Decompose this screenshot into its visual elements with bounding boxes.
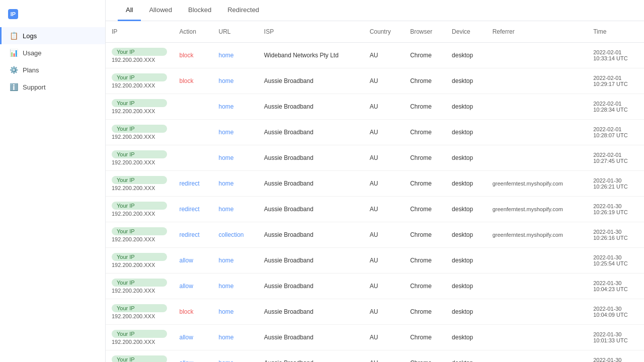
table-row: Your IP192.200.200.XXXhomeAussie Broadba… (106, 94, 644, 120)
cell-isp: Aussie Broadband (258, 274, 364, 299)
support-icon: ℹ️ (10, 83, 18, 91)
tab-redirected[interactable]: Redirected (219, 0, 267, 21)
cell-country: AU (364, 43, 405, 68)
ip-address: 192.200.200.XXX (112, 134, 167, 140)
cell-action (173, 120, 212, 145)
sidebar-item-support[interactable]: ℹ️ Support (0, 78, 105, 96)
cell-url[interactable]: home (213, 145, 258, 171)
url-link[interactable]: home (219, 77, 234, 84)
cell-country: AU (364, 325, 405, 350)
cell-browser: Chrome (404, 325, 446, 350)
url-link[interactable]: home (219, 283, 234, 290)
action-label: redirect (179, 180, 199, 187)
table-row: Your IP192.200.200.XXXblockhomeAussie Br… (106, 299, 644, 325)
url-link[interactable]: home (219, 103, 234, 110)
cell-url[interactable]: home (213, 299, 258, 325)
url-link[interactable]: home (219, 180, 234, 187)
ip-address: 192.200.200.XXX (112, 262, 167, 268)
ip-address: 192.200.200.XXX (112, 211, 167, 217)
cell-url[interactable]: collection (213, 222, 258, 248)
cell-device: desktop (446, 145, 487, 171)
cell-referrer (487, 145, 588, 171)
logo-icon: IP (8, 9, 18, 19)
cell-url[interactable]: home (213, 43, 258, 68)
action-label: allow (179, 334, 193, 341)
cell-browser: Chrome (404, 94, 446, 120)
cell-url[interactable]: home (213, 68, 258, 94)
cell-url[interactable]: home (213, 94, 258, 120)
tab-all[interactable]: All (118, 0, 141, 21)
cell-url[interactable]: home (213, 325, 258, 350)
cell-action: redirect (173, 171, 212, 197)
url-link[interactable]: home (219, 52, 234, 59)
cell-isp: Wideband Networks Pty Ltd (258, 43, 364, 68)
cell-device: desktop (446, 120, 487, 145)
ip-badge: Your IP (112, 48, 167, 56)
cell-time: 2022-02-0110:33:14 UTC (587, 43, 644, 68)
ip-badge: Your IP (112, 176, 167, 184)
ip-address: 192.200.200.XXX (112, 82, 167, 88)
url-link[interactable]: home (219, 129, 234, 136)
cell-referrer (487, 43, 588, 68)
cell-device: desktop (446, 350, 487, 363)
cell-isp: Aussie Broadband (258, 68, 364, 94)
cell-url[interactable]: home (213, 274, 258, 299)
sidebar-item-plans[interactable]: ⚙️ Plans (0, 61, 105, 78)
url-link[interactable]: home (219, 257, 234, 264)
cell-time: 2022-02-0110:27:45 UTC (587, 145, 644, 171)
col-url: URL (213, 21, 258, 43)
cell-time: 2022-01-3010:00:53 UTC (587, 350, 644, 363)
action-label: block (179, 308, 193, 315)
url-link[interactable]: home (219, 154, 234, 161)
action-label: redirect (179, 231, 199, 238)
cell-url[interactable]: home (213, 171, 258, 197)
cell-device: desktop (446, 68, 487, 94)
action-label: allow (179, 359, 193, 362)
cell-ip: Your IP192.200.200.XXX (106, 325, 173, 350)
ip-address: 192.200.200.XXX (112, 313, 167, 319)
url-link[interactable]: home (219, 206, 234, 213)
cell-browser: Chrome (404, 197, 446, 222)
ip-badge: Your IP (112, 202, 167, 210)
cell-url[interactable]: home (213, 197, 258, 222)
cell-url[interactable]: home (213, 350, 258, 363)
table-row: Your IP192.200.200.XXXblockhomeWideband … (106, 43, 644, 68)
url-link[interactable]: home (219, 334, 234, 341)
url-link[interactable]: collection (219, 231, 244, 238)
cell-country: AU (364, 68, 405, 94)
table-row: Your IP192.200.200.XXXblockhomeAussie Br… (106, 68, 644, 94)
cell-time: 2022-01-3010:01:33 UTC (587, 325, 644, 350)
tab-allowed[interactable]: Allowed (141, 0, 180, 21)
cell-browser: Chrome (404, 248, 446, 274)
cell-url[interactable]: home (213, 120, 258, 145)
url-link[interactable]: home (219, 308, 234, 315)
plans-icon: ⚙️ (10, 66, 18, 74)
cell-ip: Your IP192.200.200.XXX (106, 248, 173, 274)
sidebar-label-logs: Logs (23, 32, 37, 40)
url-link[interactable]: home (219, 359, 234, 362)
sidebar-nav: 📋 Logs 📊 Usage ⚙️ Plans ℹ️ Support (0, 27, 105, 96)
cell-country: AU (364, 222, 405, 248)
ip-badge: Your IP (112, 125, 167, 133)
tab-blocked[interactable]: Blocked (180, 0, 219, 21)
tab-bar: All Allowed Blocked Redirected (106, 0, 644, 21)
cell-isp: Aussie Broadband (258, 197, 364, 222)
sidebar-item-logs[interactable]: 📋 Logs (0, 27, 105, 44)
cell-action: redirect (173, 222, 212, 248)
sidebar-label-usage: Usage (23, 49, 42, 57)
cell-time: 2022-01-3010:26:21 UTC (587, 171, 644, 197)
cell-url[interactable]: home (213, 248, 258, 274)
cell-ip: Your IP192.200.200.XXX (106, 68, 173, 94)
cell-isp: Aussie Broadband (258, 299, 364, 325)
col-ip: IP (106, 21, 173, 43)
cell-country: AU (364, 350, 405, 363)
sidebar-item-usage[interactable]: 📊 Usage (0, 44, 105, 61)
ip-badge: Your IP (112, 355, 167, 362)
sidebar-label-support: Support (23, 83, 46, 91)
col-action: Action (173, 21, 212, 43)
cell-action (173, 94, 212, 120)
ip-badge: Your IP (112, 279, 167, 287)
logs-table: IP Action URL ISP Country Browser Device… (106, 21, 644, 362)
cell-device: desktop (446, 43, 487, 68)
logs-table-container: IP Action URL ISP Country Browser Device… (106, 21, 644, 362)
